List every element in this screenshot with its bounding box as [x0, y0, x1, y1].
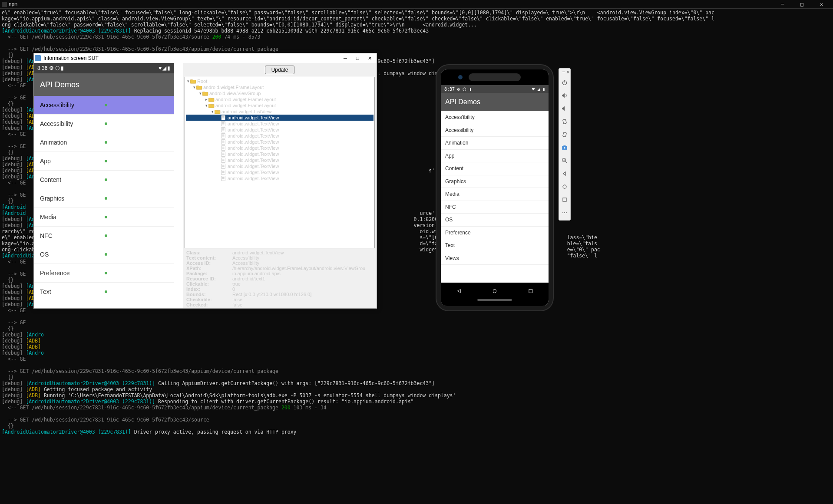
tree-toggle-icon[interactable]: ▸ [204, 97, 208, 102]
tree-node[interactable]: android.widget.TextView [186, 145, 374, 151]
device-list-item[interactable]: Animation [34, 133, 174, 152]
rotate-right-button[interactable] [559, 128, 570, 141]
device-appbar: API Demos [34, 73, 174, 96]
volume-up-button[interactable] [559, 89, 570, 102]
device-list-item[interactable]: Accessibility [34, 115, 174, 133]
emulator-list-item[interactable]: App [441, 150, 549, 163]
emulator-list-item[interactable]: NFC [441, 201, 549, 214]
detail-key: Clickable: [186, 281, 232, 287]
svg-point-53 [563, 185, 566, 188]
sut-close-button[interactable]: ✕ [364, 54, 376, 62]
tree-toggle-icon[interactable]: ▾ [186, 79, 190, 83]
detail-key: Package: [186, 271, 232, 276]
device-list-item[interactable]: OS [34, 245, 174, 264]
emulator-list-item[interactable]: Content [441, 162, 549, 175]
nav-overview-icon[interactable]: □ [529, 287, 532, 294]
tree-node[interactable]: android.widget.TextView [186, 139, 374, 145]
file-icon [221, 133, 227, 138]
window-close-button[interactable]: ✕ [812, 0, 831, 9]
svg-rect-47 [563, 132, 567, 137]
emulator-list-item[interactable]: Text [441, 239, 549, 252]
status-dot [105, 272, 107, 274]
tree-node[interactable]: android.widget.TextView [186, 133, 374, 139]
folder-icon [208, 103, 215, 108]
emulator-list-item[interactable]: Graphics [441, 175, 549, 188]
tree-node[interactable]: ▸android.widget.FrameLayout [186, 96, 374, 102]
sut-maximize-button[interactable]: □ [351, 54, 364, 62]
nav-back-icon[interactable]: ◁ [457, 287, 460, 294]
back-button[interactable] [559, 167, 570, 180]
rotate-left-button[interactable] [559, 115, 570, 128]
device-list-item[interactable]: Media [34, 208, 174, 227]
svg-rect-12 [221, 134, 225, 138]
detail-value: true [232, 281, 373, 287]
tree-node[interactable]: ▾Root [186, 78, 374, 84]
nav-home-icon[interactable]: ○ [493, 287, 496, 294]
tree-toggle-icon[interactable]: ▾ [204, 103, 208, 108]
update-button[interactable]: Update [265, 66, 295, 74]
emulator-list-item[interactable]: Views [441, 252, 549, 265]
device-list-item[interactable]: App [34, 152, 174, 171]
tree-toggle-icon[interactable]: ▾ [210, 109, 215, 114]
emulator-list-item[interactable]: Media [441, 188, 549, 201]
tree-node-label: android.widget.FrameLayout [203, 85, 264, 90]
device-list-item[interactable]: Preference [34, 264, 174, 283]
tree-toggle-icon[interactable]: ▾ [192, 85, 196, 89]
detail-key: Text content: [186, 255, 232, 260]
emulator-list-item[interactable]: OS [441, 214, 549, 227]
tree-node[interactable]: android.widget.TextView [186, 127, 374, 133]
emulator-navbar[interactable]: ◁ ○ □ [441, 283, 549, 298]
emulator-list[interactable]: Access'ibilityAccessibilityAnimationAppC… [441, 111, 549, 283]
device-list-item[interactable]: Text [34, 283, 174, 301]
emulator-list-item[interactable]: Accessibility [441, 124, 549, 137]
more-button[interactable] [559, 206, 570, 219]
device-list[interactable]: Access'ibilityAccessibilityAnimationAppC… [34, 96, 174, 301]
folder-icon [202, 91, 208, 96]
tree-node[interactable]: android.widget.TextView [186, 169, 374, 175]
detail-value: io.appium.android.apis [232, 271, 373, 276]
tree-toggle-icon[interactable]: ▾ [198, 91, 202, 96]
toolbar-minimize-button[interactable]: ─ [562, 69, 565, 74]
emulator-list-item[interactable]: Animation [441, 137, 549, 150]
emulator-app-title: API Demos [445, 98, 480, 106]
toolbar-close-button[interactable]: ✕ [567, 69, 569, 74]
svg-rect-54 [563, 198, 566, 201]
overview-button[interactable] [559, 193, 570, 206]
home-button[interactable] [559, 180, 570, 193]
gear-icon: ⚙ [49, 65, 54, 71]
emulator-list-item[interactable]: Access'ibility [441, 111, 549, 124]
camera-button[interactable] [559, 141, 570, 154]
file-icon [221, 158, 227, 163]
tree-node[interactable]: android.widget.TextView [186, 151, 374, 157]
detail-value: Rect [x:0.0 y:210.0 w:1080.0 h:126.0] [232, 292, 373, 297]
emulator-list-item[interactable]: Preference [441, 227, 549, 240]
tree-node[interactable]: android.widget.TextView [186, 157, 374, 163]
device-list-item[interactable]: Content [34, 171, 174, 189]
window-maximize-button[interactable]: □ [792, 0, 812, 9]
tree-node[interactable]: ▾android.view.ViewGroup [186, 90, 374, 96]
ui-tree[interactable]: ▾Root▾android.widget.FrameLayout▾android… [185, 77, 375, 248]
file-icon [221, 145, 227, 151]
power-button[interactable] [559, 76, 570, 89]
tree-node[interactable]: android.widget.TextView [186, 163, 374, 169]
device-list-item[interactable]: Access'ibility [34, 96, 174, 115]
detail-value: android.widget.TextView [232, 250, 373, 255]
tree-node[interactable]: ▾android.widget.FrameLayout [186, 102, 374, 109]
detail-value: false [232, 302, 373, 307]
tree-node[interactable]: android.widget.TextView [186, 175, 374, 181]
device-list-item[interactable]: NFC [34, 227, 174, 245]
window-minimize-button[interactable]: ─ [773, 0, 792, 9]
tree-node[interactable]: ▾android.widget.FrameLayout [186, 84, 374, 90]
device-list-item[interactable]: Graphics [34, 189, 174, 208]
tree-node[interactable]: android.widget.TextView [186, 121, 374, 127]
tree-node[interactable]: android.widget.TextView [186, 115, 374, 121]
device-time: 8:36 [37, 65, 47, 71]
volume-down-button[interactable] [559, 102, 570, 115]
zoom-button[interactable] [559, 154, 570, 167]
tree-node-label: android.widget.FrameLayout [215, 97, 276, 102]
sut-titlebar[interactable]: Information screen SUT ─ □ ✕ [34, 53, 377, 63]
detail-row: Package:io.appium.android.apis [186, 271, 373, 276]
sut-minimize-button[interactable]: ─ [339, 54, 351, 62]
tree-node[interactable]: ▾android.widget.ListView [186, 109, 374, 115]
emulator-statusbar: 8:37 ⚙ ⬡ ▮ ♥ ◢ ▮ [441, 85, 549, 93]
